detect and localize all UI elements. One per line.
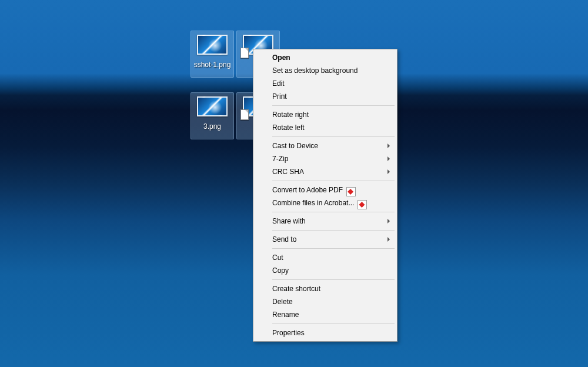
file-icon[interactable]: sshot-1.png [191, 31, 234, 78]
menu-item[interactable]: Open [255, 51, 396, 64]
submenu-arrow-icon [387, 169, 390, 174]
menu-item[interactable]: Convert to Adobe PDF [255, 184, 396, 196]
menu-item-label: Convert to Adobe PDF [272, 186, 343, 194]
menu-item-label: Rotate left [272, 124, 305, 132]
menu-item[interactable]: Copy [255, 264, 396, 277]
menu-item[interactable]: CRC SHA [255, 165, 396, 178]
page-badge-icon [240, 48, 249, 58]
menu-separator [272, 105, 395, 106]
file-icon[interactable]: 3.png [191, 92, 234, 139]
menu-item[interactable]: Print [255, 90, 396, 103]
menu-item-label: Combine files in Acrobat... [272, 199, 354, 207]
menu-item-label: 7-Zip [272, 155, 288, 163]
menu-item[interactable]: Rotate left [255, 121, 396, 134]
submenu-arrow-icon [387, 144, 390, 148]
menu-item[interactable]: Cast to Device [255, 139, 396, 152]
menu-item-label: Send to [272, 235, 296, 243]
menu-item[interactable]: Create shortcut [255, 282, 396, 295]
menu-item-label: Rename [272, 311, 299, 319]
submenu-arrow-icon [387, 237, 390, 242]
acrobat-combine-icon [358, 200, 367, 209]
menu-item-label: Set as desktop background [272, 66, 358, 75]
menu-item[interactable]: Delete [255, 295, 396, 308]
menu-item-label: Properties [272, 329, 305, 337]
menu-item[interactable]: 7-Zip [255, 152, 396, 165]
file-label: sshot-1.png [194, 61, 231, 69]
menu-item[interactable]: Rename [255, 308, 396, 321]
image-thumbnail-icon [197, 35, 228, 55]
menu-item-label: Edit [272, 79, 285, 88]
menu-item-label: Print [272, 92, 287, 101]
adobe-pdf-icon [346, 187, 356, 196]
menu-item-label: Rotate right [272, 111, 309, 119]
menu-item-label: Delete [272, 298, 293, 306]
menu-item-label: Cut [272, 253, 283, 262]
menu-separator [272, 248, 395, 249]
submenu-arrow-icon [387, 219, 390, 223]
menu-item-label: Create shortcut [272, 285, 320, 293]
menu-item-label: Share with [272, 217, 306, 225]
menu-item-label: Cast to Device [272, 142, 318, 150]
menu-separator [272, 212, 395, 212]
menu-item[interactable]: Edit [255, 77, 396, 90]
menu-item[interactable]: Properties [255, 326, 396, 339]
menu-item[interactable]: Share with [255, 215, 396, 228]
context-menu: OpenSet as desktop backgroundEditPrintRo… [253, 49, 397, 342]
menu-separator [272, 279, 395, 280]
menu-separator [272, 181, 395, 181]
menu-item-label: Copy [272, 266, 289, 275]
menu-item[interactable]: Cut [255, 251, 396, 264]
menu-item[interactable]: Set as desktop background [255, 64, 396, 77]
menu-item-label: CRC SHA [272, 168, 304, 176]
menu-item[interactable]: Rotate right [255, 108, 396, 121]
file-label: 3.png [203, 122, 221, 131]
menu-separator [272, 323, 395, 324]
menu-separator [272, 230, 395, 231]
submenu-arrow-icon [387, 156, 390, 161]
menu-item[interactable]: Send to [255, 233, 396, 246]
menu-item-label: Open [272, 54, 290, 62]
page-badge-icon [240, 109, 249, 120]
menu-separator [272, 136, 395, 137]
menu-item[interactable]: Combine files in Acrobat... [255, 196, 396, 209]
image-thumbnail-icon [197, 96, 228, 116]
